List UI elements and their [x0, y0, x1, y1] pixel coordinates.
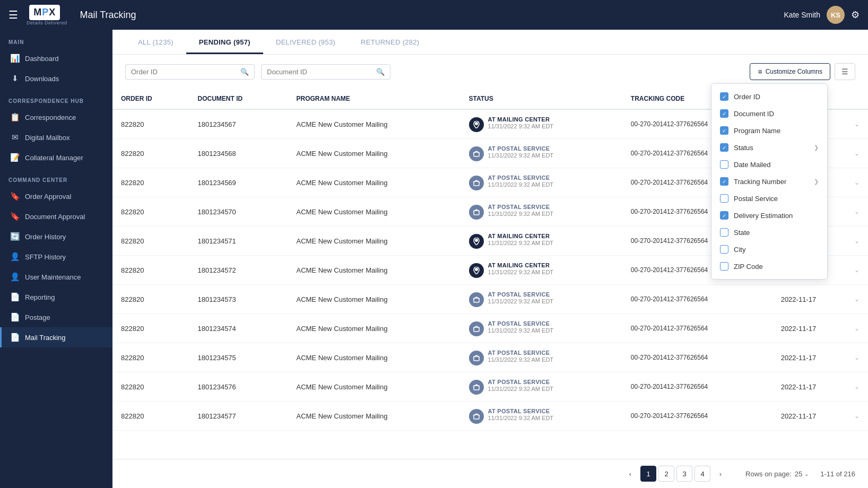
- column-option-delivery-estimation[interactable]: Delivery Estimation: [711, 207, 827, 224]
- row-expand-chevron[interactable]: ⌄: [854, 325, 860, 332]
- cell-order-id: 822820: [112, 139, 189, 168]
- column-option-order-id[interactable]: Order ID: [711, 88, 827, 105]
- row-expand-chevron[interactable]: ⌄: [854, 412, 860, 420]
- column-checkbox-document-id[interactable]: [720, 109, 728, 118]
- status-label: AT POSTAL SERVICE 11/31/2022 9:32 AM EDT: [488, 408, 554, 421]
- cell-order-id: 822820: [112, 285, 189, 314]
- columns-icon: ≡: [758, 67, 762, 76]
- column-option-tracking-number[interactable]: Tracking Number❯: [711, 173, 827, 190]
- row-expand-chevron[interactable]: ⌄: [854, 237, 860, 245]
- sidebar-item-digital-mailbox[interactable]: ✉Digital Mailbox: [0, 127, 112, 147]
- table-row[interactable]: 8228201801234576ACME New Customer Mailin…: [112, 372, 868, 402]
- filter-button[interactable]: ☰: [835, 63, 855, 80]
- status-label: AT MAILING CENTER 11/31/2022 9:32 AM EDT: [488, 233, 554, 246]
- menu-icon[interactable]: ☰: [8, 8, 18, 21]
- row-expand-chevron[interactable]: ⌄: [854, 383, 860, 390]
- sidebar-item-mail-tracking[interactable]: 📄Mail Tracking: [0, 327, 112, 347]
- tab-delivered[interactable]: DELIVERED (953): [263, 30, 348, 54]
- table-row[interactable]: 8228201801234573ACME New Customer Mailin…: [112, 285, 868, 314]
- cell-tracking: 00-270-201412-377626564: [622, 285, 772, 314]
- postage-icon: 📄: [10, 312, 20, 322]
- cell-program: ACME New Customer Mailing: [288, 109, 460, 139]
- sidebar-item-label-mail-tracking: Mail Tracking: [25, 334, 66, 342]
- column-option-program-name[interactable]: Program Name: [711, 122, 827, 139]
- column-checkbox-zip-code[interactable]: [720, 262, 728, 271]
- sidebar-item-sftp-history[interactable]: 👤SFTP History: [0, 247, 112, 267]
- table-row[interactable]: 8228201801234577ACME New Customer Mailin…: [112, 402, 868, 431]
- page-button-3[interactable]: 3: [676, 466, 692, 482]
- column-option-state[interactable]: State: [711, 224, 827, 241]
- sidebar-item-order-history[interactable]: 🔄Order History: [0, 226, 112, 247]
- tab-returned[interactable]: RETURNED (282): [348, 30, 432, 54]
- downloads-icon: ⬇: [10, 74, 20, 83]
- rows-per-page-chevron: ⌄: [804, 471, 809, 477]
- page-button-4[interactable]: 4: [695, 466, 710, 482]
- tab-pending[interactable]: PENDING (957): [186, 30, 263, 54]
- sidebar-item-correspondence[interactable]: 📋Correspondence: [0, 107, 112, 127]
- page-button-2[interactable]: 2: [658, 466, 674, 482]
- column-option-postal-service[interactable]: Postal Service: [711, 190, 827, 207]
- column-checkbox-state[interactable]: [720, 228, 728, 237]
- col-header-2: PROGRAM NAME: [288, 89, 460, 109]
- column-chevron-status: ❯: [814, 144, 819, 151]
- order-id-input[interactable]: [131, 68, 237, 76]
- column-checkbox-tracking-number[interactable]: [720, 177, 728, 186]
- status-icon: [469, 321, 484, 336]
- status-icon: [469, 117, 484, 132]
- page-title: Mail Tracking: [80, 10, 784, 21]
- column-checkbox-city[interactable]: [720, 245, 728, 254]
- column-label-date-mailed: Date Mailed: [734, 161, 770, 169]
- cell-status: AT MAILING CENTER 11/31/2022 9:32 AM EDT: [461, 226, 622, 256]
- column-option-date-mailed[interactable]: Date Mailed: [711, 156, 827, 173]
- sidebar-item-dashboard[interactable]: 📊Dashboard: [0, 48, 112, 68]
- column-option-zip-code[interactable]: ZIP Code: [711, 258, 827, 275]
- sidebar-item-document-approval[interactable]: 🔖Document Approval: [0, 206, 112, 226]
- column-option-city[interactable]: City: [711, 241, 827, 258]
- page-controls: ‹1234›: [622, 466, 728, 482]
- cell-doc-id: 1801234577: [189, 402, 288, 431]
- main-content: ALL (1235)PENDING (957)DELIVERED (953)RE…: [112, 30, 868, 488]
- status-label: AT POSTAL SERVICE 11/31/2022 9:32 AM EDT: [488, 145, 554, 159]
- cell-doc-id: 1801234572: [189, 256, 288, 285]
- column-checkbox-order-id[interactable]: [720, 92, 728, 101]
- sidebar-item-postage[interactable]: 📄Postage: [0, 307, 112, 327]
- topbar-right: Kate Smith KS ⚙: [784, 6, 860, 24]
- table-row[interactable]: 8228201801234575ACME New Customer Mailin…: [112, 343, 868, 372]
- cell-doc-id: 1801234575: [189, 343, 288, 372]
- sidebar-item-user-maintenance[interactable]: 👤User Maintenance: [0, 267, 112, 287]
- column-label-document-id: Document ID: [734, 110, 774, 118]
- customize-columns-button[interactable]: ≡ Customize Columns: [750, 63, 830, 80]
- sidebar-item-downloads[interactable]: ⬇Downloads: [0, 68, 112, 89]
- next-page-button[interactable]: ›: [713, 466, 728, 482]
- column-label-program-name: Program Name: [734, 127, 780, 135]
- tab-all[interactable]: ALL (1235): [125, 30, 186, 54]
- document-id-input[interactable]: [267, 68, 373, 76]
- row-expand-chevron[interactable]: ⌄: [854, 295, 860, 303]
- column-option-status[interactable]: Status❯: [711, 139, 827, 156]
- order-id-search: 🔍: [125, 64, 255, 80]
- column-checkbox-status[interactable]: [720, 143, 728, 152]
- sidebar-item-collateral-manager[interactable]: 📝Collateral Manager: [0, 147, 112, 168]
- sidebar-item-order-approval[interactable]: 🔖Order Approval: [0, 186, 112, 206]
- column-checkbox-delivery-estimation[interactable]: [720, 211, 728, 220]
- row-expand-chevron[interactable]: ⌄: [854, 266, 860, 274]
- page-button-1[interactable]: 1: [640, 466, 656, 482]
- table-row[interactable]: 8228201801234574ACME New Customer Mailin…: [112, 314, 868, 343]
- column-option-document-id[interactable]: Document ID: [711, 105, 827, 122]
- cell-doc-id: 1801234571: [189, 226, 288, 256]
- column-checkbox-date-mailed[interactable]: [720, 160, 728, 169]
- column-label-zip-code: ZIP Code: [734, 263, 763, 271]
- rows-per-page-select[interactable]: 25 ⌄: [795, 470, 809, 478]
- sidebar-item-reporting[interactable]: 📄Reporting: [0, 287, 112, 307]
- prev-page-button[interactable]: ‹: [622, 466, 638, 482]
- cell-doc-id: 1801234569: [189, 168, 288, 197]
- col-header-3: STATUS: [461, 89, 622, 109]
- column-checkbox-program-name[interactable]: [720, 126, 728, 135]
- sidebar-item-label-document-approval: Document Approval: [25, 213, 85, 221]
- cell-order-id: 822820: [112, 256, 189, 285]
- row-expand-chevron[interactable]: ⌄: [854, 354, 860, 361]
- status-icon: [469, 263, 484, 278]
- settings-icon[interactable]: ⚙: [851, 9, 860, 21]
- status-label: AT POSTAL SERVICE 11/31/2022 9:32 AM EDT: [488, 175, 554, 188]
- column-checkbox-postal-service[interactable]: [720, 194, 728, 203]
